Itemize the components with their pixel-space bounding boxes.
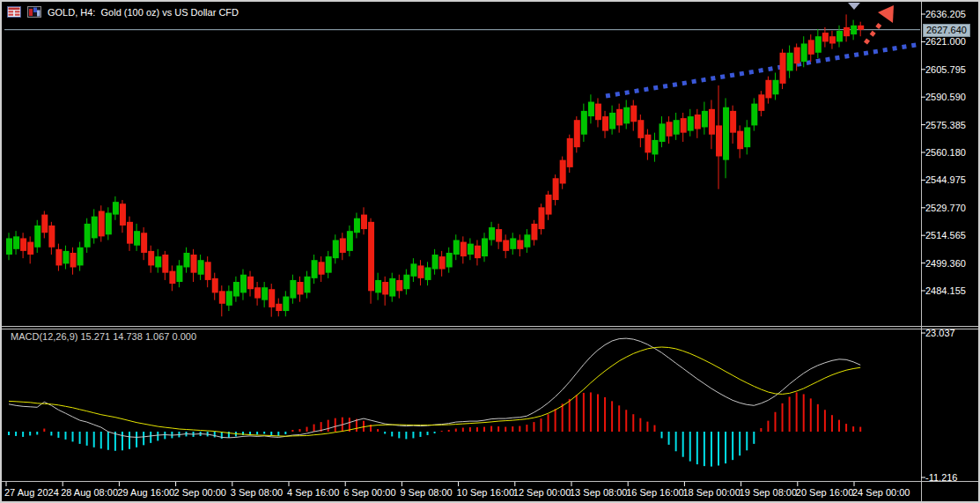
candle-body <box>141 233 147 253</box>
price-axis-label: 2499.360 <box>925 258 966 268</box>
price-axis-label: 2575.385 <box>925 120 966 129</box>
candle-body <box>482 238 488 256</box>
candle-body <box>396 280 402 291</box>
arrow-shaft[interactable] <box>866 21 882 43</box>
candle-body <box>758 94 764 111</box>
candle-body <box>844 27 850 36</box>
price-axis-label: 2560.180 <box>925 148 966 158</box>
price-axis-label: 2621.000 <box>925 37 966 47</box>
candle-body <box>730 111 736 133</box>
candle-body <box>609 113 615 129</box>
candle-body <box>630 106 637 122</box>
macd-axis-max: 23.037 <box>925 329 955 338</box>
chart-title-bar: GOLD, H4: Gold (100 oz) vs US Dollar CFD <box>7 6 239 18</box>
time-axis-label: 2 Sep 00:00 <box>174 488 226 498</box>
candle-body <box>765 80 771 99</box>
candle-body <box>567 138 573 167</box>
indicator-value-signal: 14.738 <box>113 331 143 342</box>
candle-body <box>198 260 204 275</box>
candle-body <box>822 33 829 41</box>
price-axis-label: 2605.795 <box>925 64 966 74</box>
chart-canvas[interactable] <box>2 2 980 503</box>
candle-body <box>226 291 232 306</box>
candle-body <box>681 118 687 133</box>
candle-body <box>219 291 225 303</box>
candle-body <box>106 213 112 235</box>
candle-body <box>354 218 360 233</box>
time-axis-label: 27 Aug 2024 <box>4 488 59 498</box>
candle-body <box>127 222 133 244</box>
candle-body <box>403 275 409 290</box>
candle-body <box>652 140 658 155</box>
price-axis-label: 2514.565 <box>925 231 966 240</box>
candle-body <box>553 178 559 200</box>
candle-body <box>99 211 105 236</box>
price-axis-label: 2544.975 <box>925 175 966 185</box>
candle-body <box>581 111 587 135</box>
candle-body <box>120 203 126 226</box>
candle-body <box>269 289 275 307</box>
candle-body <box>70 253 77 268</box>
candle-body <box>191 255 197 273</box>
bar-chart-icon <box>27 6 41 18</box>
triangle-down-marker[interactable] <box>848 3 860 10</box>
candle-body <box>169 271 175 284</box>
trendline-object[interactable] <box>606 44 921 96</box>
time-axis-label: 20 Sep 16:00 <box>796 488 853 498</box>
candle-body <box>247 277 254 289</box>
candle-body <box>148 251 154 266</box>
candle-body <box>524 234 530 247</box>
candle-body <box>333 240 339 258</box>
candle-body <box>674 120 680 135</box>
time-axis-label: 18 Sep 00:00 <box>682 488 740 498</box>
candle-body <box>77 248 84 266</box>
candle-body <box>688 116 694 131</box>
candle-body <box>113 202 119 214</box>
candle-body <box>63 251 69 263</box>
candle-body <box>468 244 474 255</box>
candle-body <box>453 240 460 255</box>
candle-body <box>340 238 346 253</box>
time-axis-label: 28 Aug 08:00 <box>61 488 118 498</box>
candle-body <box>425 267 431 279</box>
candle-body <box>623 107 630 124</box>
candle-body <box>375 280 381 292</box>
candle-body <box>637 120 644 138</box>
pane-splitter[interactable] <box>2 326 980 329</box>
current-price-tag: 2627.640 <box>923 24 970 37</box>
market-watch-icon <box>7 6 21 18</box>
candle-body <box>254 287 261 298</box>
candle-body <box>489 227 495 240</box>
candle-body <box>297 282 303 294</box>
chart-window: GOLD, H4: Gold (100 oz) vs US Dollar CFD… <box>0 0 980 503</box>
candle-body <box>695 115 701 129</box>
time-axis-label: 10 Sep 16:00 <box>457 488 514 498</box>
price-axis-label: 2590.590 <box>925 92 966 102</box>
candle-body <box>382 282 388 294</box>
candle-body <box>446 253 453 268</box>
candle-body <box>326 256 332 273</box>
candle-body <box>305 277 311 293</box>
candle-body <box>162 255 168 273</box>
candle-body <box>283 297 289 312</box>
candle-body <box>829 36 836 43</box>
candle-body <box>645 135 651 153</box>
macd-signal-line <box>9 347 860 436</box>
candle-body <box>858 26 864 30</box>
candle-body <box>560 160 566 184</box>
candle-body <box>205 262 211 280</box>
arrow-head-icon[interactable] <box>878 5 894 23</box>
time-axis-label: 13 Sep 08:00 <box>570 488 627 498</box>
candle-body <box>595 104 601 121</box>
candle-body <box>276 304 282 311</box>
candle-body <box>361 215 367 230</box>
candle-body <box>233 282 239 297</box>
candle-body <box>574 120 580 147</box>
candle-body <box>240 275 247 293</box>
candle-body <box>27 242 33 255</box>
candle-body <box>659 123 666 142</box>
candle-body <box>751 104 757 126</box>
candle-body <box>212 278 218 293</box>
candle-body <box>709 109 715 135</box>
chart-title: GOLD, H4: Gold (100 oz) vs US Dollar CFD <box>48 7 239 18</box>
